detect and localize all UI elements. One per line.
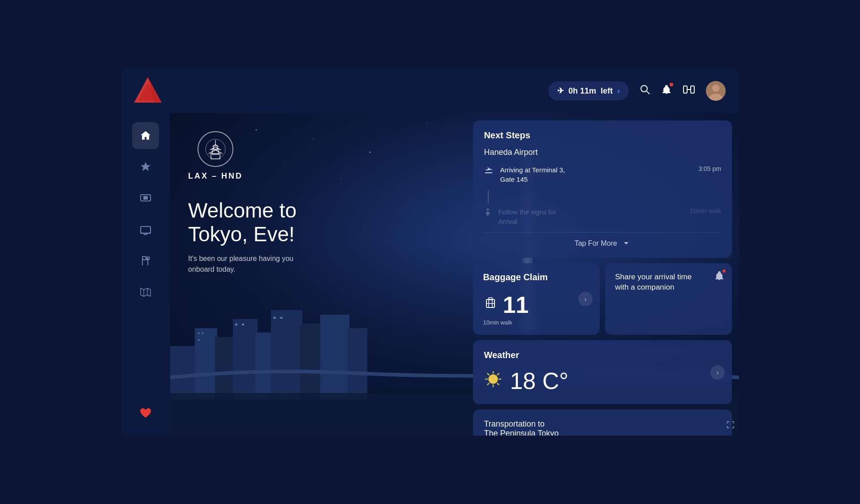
left-overlay: LAX – HND Welcome to Tokyo, Eve! It's be…: [170, 113, 483, 436]
right-panel: Next Steps Haneda Airport Arriving at Te…: [466, 113, 739, 436]
user-avatar[interactable]: [706, 81, 726, 101]
next-steps-title: Next Steps: [484, 130, 721, 141]
svg-rect-14: [141, 226, 150, 233]
svg-point-3: [641, 85, 647, 92]
svg-point-59: [487, 209, 489, 211]
step-1-time: 3:05 pm: [698, 165, 721, 172]
sidebar-item-map[interactable]: [132, 279, 159, 306]
bell-notification-dot: [722, 269, 726, 273]
step-2-main: Follow the signs forArrival 10min walk: [498, 207, 721, 226]
svg-line-4: [647, 91, 649, 94]
step-2-text: Follow the signs forArrival: [498, 207, 556, 226]
svg-point-65: [489, 375, 498, 384]
flight-timer-button[interactable]: ✈ 0h 11m left ›: [548, 81, 629, 100]
flight-icon: ✈: [557, 86, 564, 96]
destination-badge: LAX – HND: [188, 131, 243, 181]
notifications-button[interactable]: [661, 84, 672, 98]
sidebar-item-tv[interactable]: [132, 216, 159, 243]
transport-title-line1: Transportation to: [484, 419, 721, 429]
arriving-icon: [484, 166, 494, 178]
bell-icon: [714, 270, 725, 284]
sidebar-item-dining[interactable]: [132, 248, 159, 274]
svg-point-9: [712, 85, 719, 92]
svg-line-72: [498, 373, 499, 375]
svg-line-70: [488, 373, 489, 375]
baggage-row: 11: [483, 290, 590, 319]
destination-icon: [198, 131, 233, 167]
svg-marker-11: [141, 162, 150, 171]
welcome-subtitle: It's been our pleasure having youonboard…: [188, 253, 293, 275]
weather-title: Weather: [484, 350, 721, 360]
sun-icon: [484, 370, 503, 393]
top-right-controls: ✈ 0h 11m left ›: [548, 81, 726, 101]
airport-name: Haneda Airport: [484, 148, 721, 157]
cards-row: Baggage Claim 11 10min walk ›: [473, 263, 732, 335]
weather-row: 18 C°: [484, 367, 721, 394]
baggage-chevron-button[interactable]: ›: [578, 292, 593, 306]
top-bar: ✈ 0h 11m left ›: [121, 68, 739, 113]
notification-dot: [670, 83, 673, 86]
app-window: ✈ 0h 11m left ›: [121, 68, 739, 436]
sidebar-item-entertainment[interactable]: [132, 185, 159, 212]
step-2-content: Follow the signs forArrival 10min walk: [498, 207, 721, 226]
luggage-icon: [483, 295, 498, 314]
main-area: LAX – HND Welcome to Tokyo, Eve! It's be…: [121, 113, 739, 436]
delta-logo: [132, 75, 163, 107]
step-divider: [488, 190, 489, 204]
baggage-title: Baggage Claim: [483, 272, 590, 282]
share-text: Share your arrival timewith a companion: [615, 272, 722, 293]
tap-for-more-button[interactable]: Tap For More: [484, 232, 721, 248]
sidebar: [121, 113, 170, 436]
weather-card: Weather: [473, 340, 732, 404]
walking-icon: [484, 208, 492, 220]
fullscreen-button[interactable]: [727, 421, 735, 431]
step-2: Follow the signs forArrival 10min walk: [484, 207, 721, 226]
heart-button[interactable]: [132, 400, 159, 427]
step-1-main: Arriving at Terminal 3,Gate 145 3:05 pm: [500, 165, 721, 184]
sidebar-item-home[interactable]: [132, 122, 159, 149]
svg-rect-5: [684, 86, 687, 93]
svg-rect-6: [691, 86, 694, 93]
logo-area: [121, 68, 175, 113]
search-button[interactable]: [640, 84, 650, 98]
share-card[interactable]: Share your arrival timewith a companion: [605, 263, 732, 335]
content-area: LAX – HND Welcome to Tokyo, Eve! It's be…: [170, 113, 739, 436]
svg-marker-24: [141, 288, 150, 296]
flight-time-left: 0h 11m: [568, 86, 596, 96]
welcome-title: Welcome to Tokyo, Eve!: [188, 199, 297, 246]
baggage-card: Baggage Claim 11 10min walk ›: [473, 263, 600, 335]
outer-frame: ✈ 0h 11m left ›: [0, 0, 860, 504]
weather-temperature: 18 C°: [510, 367, 568, 394]
svg-rect-13: [143, 196, 148, 200]
svg-line-71: [498, 383, 499, 384]
next-steps-card: Next Steps Haneda Airport Arriving at Te…: [473, 120, 732, 258]
tap-more-label: Tap For More: [575, 239, 617, 248]
timer-chevron: ›: [617, 86, 620, 96]
transport-hotel-name: The Peninsula Tokyo: [484, 429, 721, 436]
svg-rect-63: [489, 298, 492, 300]
step-1: Arriving at Terminal 3,Gate 145 3:05 pm: [484, 165, 721, 184]
baggage-walk: 10min walk: [483, 319, 590, 326]
connect-button[interactable]: [683, 84, 695, 98]
transportation-card: Transportation to The Peninsula Tokyo Re…: [473, 410, 732, 436]
svg-line-73: [488, 383, 489, 384]
sidebar-item-favorites[interactable]: [132, 154, 159, 180]
flight-time-suffix: left: [601, 86, 613, 96]
step-1-text: Arriving at Terminal 3,Gate 145: [500, 165, 565, 184]
step-2-time: 10min walk: [690, 207, 721, 214]
destination-route: LAX – HND: [188, 171, 243, 181]
step-1-content: Arriving at Terminal 3,Gate 145 3:05 pm: [500, 165, 721, 184]
weather-chevron-button[interactable]: ›: [710, 365, 725, 380]
baggage-number: 11: [503, 293, 529, 316]
